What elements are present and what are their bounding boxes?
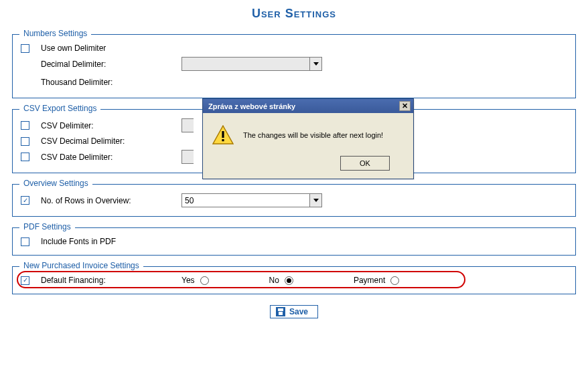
select-rows-overview-value: 50 — [185, 196, 194, 205]
radio-label-payment: Payment — [354, 276, 385, 285]
label-csv-decimal: CSV Decimal Delimiter: — [41, 136, 181, 146]
chevron-down-icon — [309, 194, 321, 207]
dialog-titlebar[interactable]: Zpráva z webové stránky ✕ — [203, 99, 413, 113]
save-button[interactable]: Save — [270, 305, 318, 318]
legend-numbers: Numbers Settings — [19, 29, 91, 38]
label-decimal-delimiter: Decimal Delimiter: — [41, 60, 181, 69]
page-title: User Settings — [0, 7, 588, 21]
legend-npi: New Purchased Invoice Settings — [19, 261, 143, 270]
partial-input-csv-delimiter — [181, 118, 194, 132]
alert-dialog: Zpráva z webové stránky ✕ The changes wi… — [202, 98, 414, 179]
fieldset-overview: Overview Settings ✓ No. of Rows in Overv… — [12, 184, 576, 217]
save-button-label: Save — [289, 307, 308, 316]
label-default-financing: Default Financing: — [41, 276, 181, 285]
chevron-down-icon — [309, 58, 321, 70]
partial-input-csv-date — [181, 150, 194, 164]
label-csv-date: CSV Date Delimiter: — [41, 153, 181, 162]
label-include-fonts: Include Fonts in PDF — [41, 237, 181, 246]
radio-payment[interactable] — [390, 276, 399, 285]
radio-no[interactable] — [285, 276, 293, 285]
legend-overview: Overview Settings — [19, 179, 92, 188]
svg-rect-1 — [222, 131, 224, 138]
legend-csv: CSV Export Settings — [19, 104, 100, 113]
radio-label-no: No — [269, 276, 279, 285]
checkbox-use-own-delimiter[interactable] — [21, 44, 29, 53]
fieldset-pdf: PDF Settings Include Fonts in PDF — [12, 227, 576, 256]
checkbox-rows-overview[interactable]: ✓ — [21, 196, 29, 205]
dialog-message: The changes will be visible after next l… — [243, 131, 383, 139]
checkbox-csv-delimiter[interactable] — [21, 121, 29, 130]
checkbox-csv-date[interactable] — [21, 153, 29, 161]
svg-rect-2 — [222, 139, 224, 141]
checkbox-default-financing[interactable]: ✓ — [21, 276, 29, 285]
select-rows-overview[interactable]: 50 — [181, 193, 322, 207]
fieldset-npi: New Purchased Invoice Settings ✓ Default… — [12, 266, 576, 294]
close-icon: ✕ — [402, 102, 408, 110]
save-icon — [276, 307, 285, 316]
radio-yes[interactable] — [200, 276, 209, 285]
dialog-title: Zpráva z webové stránky — [208, 102, 295, 110]
label-thousand-delimiter: Thousand Delimiter: — [41, 78, 181, 87]
warning-icon — [212, 125, 234, 145]
legend-pdf: PDF Settings — [19, 222, 75, 231]
ok-button[interactable]: OK — [340, 156, 390, 171]
label-rows-overview: No. of Rows in Overview: — [41, 196, 181, 205]
fieldset-numbers: Numbers Settings Use own Delimiter Decim… — [12, 34, 576, 98]
select-decimal-delimiter[interactable] — [181, 57, 322, 71]
checkbox-include-fonts[interactable] — [21, 237, 29, 246]
close-button[interactable]: ✕ — [399, 101, 411, 111]
radio-label-yes: Yes — [181, 276, 195, 285]
label-use-own-delimiter: Use own Delimiter — [41, 43, 181, 53]
checkbox-csv-decimal[interactable] — [21, 137, 29, 146]
label-csv-delimiter: CSV Delimiter: — [41, 121, 181, 130]
